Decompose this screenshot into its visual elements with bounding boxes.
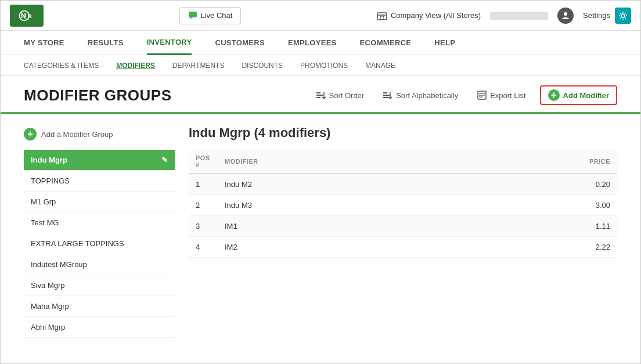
row-modifier: Indu M2 [218,174,448,195]
svg-rect-12 [383,97,388,98]
group-item-label: Indu Mgrp [31,156,67,164]
modifier-detail-panel: Indu Mgrp (4 modifiers) POS # MODIFIER P… [189,125,617,338]
chat-icon [188,11,197,20]
subnav-discounts[interactable]: DISCOUNTS [242,57,283,74]
row-price: 2.22 [448,237,617,258]
table-header-modifier: MODIFIER [218,150,448,174]
subnav-manage[interactable]: MANAGE [365,57,395,74]
user-avatar [557,8,574,24]
sort-alpha-button[interactable]: Sort Alphabetically [378,88,463,103]
add-group-plus-icon: + [24,128,37,140]
company-view: Company View (All Stores) [377,10,481,21]
subnav-departments[interactable]: DEPARTMENTS [172,57,225,74]
row-price: 1.11 [448,216,617,237]
add-modifier-label: Add Modifier [563,91,609,100]
header-actions: Sort Order Sort Alphabetically E [311,85,618,105]
page-title: MODIFIER GROUPS [24,87,172,104]
table-header-pos: POS # [189,150,218,174]
row-price: 3.00 [448,195,617,216]
row-modifier: IM1 [218,216,448,237]
store-icon [377,10,387,21]
sort-order-button[interactable]: Sort Order [311,88,369,103]
svg-rect-2 [189,12,197,17]
group-item-test-mg[interactable]: Test MG [24,212,175,233]
group-item-maha-mgrp[interactable]: Maha Mgrp [24,296,175,317]
sort-order-icon [316,90,326,100]
sort-alpha-label: Sort Alphabetically [396,91,458,100]
content-header: MODIFIER GROUPS Sort Order Sort Al [1,76,640,114]
group-item-label: Abhi Mgrp [31,323,65,331]
group-item-label: TOPPINGS [31,176,70,185]
group-item-label: Maha Mgrp [31,302,69,311]
nav-my-store[interactable]: MY STORE [24,31,64,54]
group-item-indutest-mgroup[interactable]: Indutest MGroup [24,254,175,275]
group-item-label: Indutest MGroup [31,260,87,269]
subnav-promotions[interactable]: PROMOTIONS [300,57,348,74]
subnav-categories-items[interactable]: CATEGORIES & ITEMS [24,57,99,74]
svg-point-5 [564,12,567,16]
add-modifier-button[interactable]: + Add Modifier [540,85,617,105]
svg-rect-11 [383,95,390,96]
svg-rect-9 [316,97,320,98]
group-item-label: Siva Mgrp [31,281,65,290]
table-header-price: PRICE [448,150,617,174]
modifier-groups-sidebar: + Add a Modifier Group Indu Mgrp ✎ TOPPI… [24,125,175,338]
table-row[interactable]: 1 Indu M2 0.20 [189,174,617,195]
modifiers-table: POS # MODIFIER PRICE 1 Indu M2 0.20 2 In… [189,150,617,258]
live-chat-label: Live Chat [201,11,233,20]
live-chat-button[interactable]: Live Chat [179,7,242,24]
nav-customers[interactable]: CUSTOMERS [215,31,265,54]
add-group-button[interactable]: + Add a Modifier Group [24,125,175,143]
group-item-indu-mgrp[interactable]: Indu Mgrp ✎ [24,150,175,171]
export-icon [477,90,487,100]
nav-results[interactable]: RESULTS [88,31,124,54]
group-item-toppings[interactable]: TOPPINGS [24,171,175,192]
ncr-logo: R [10,5,44,27]
group-item-label: EXTRA LARGE TOPPINGS [31,239,124,248]
export-list-label: Export List [490,91,525,100]
row-modifier: Indu M3 [218,195,448,216]
nav-employees[interactable]: EMPLOYEES [288,31,337,54]
edit-icon: ✎ [161,156,168,164]
group-item-label: M1 Grp [31,197,56,206]
table-row[interactable]: 4 IM2 2.22 [189,237,617,258]
company-view-label: Company View (All Stores) [391,11,481,20]
group-item-siva-mgrp[interactable]: Siva Mgrp [24,275,175,296]
group-item-abhi-mgrp[interactable]: Abhi Mgrp [24,317,175,338]
group-item-m1-grp[interactable]: M1 Grp [24,192,175,212]
sort-alpha-icon [383,90,393,100]
sort-order-label: Sort Order [329,91,365,100]
svg-rect-4 [380,16,384,20]
settings-label: Settings [583,11,610,20]
username-placeholder [490,12,548,20]
settings-gear-icon [615,8,631,24]
nav-ecommerce[interactable]: ECOMMERCE [360,31,412,54]
svg-rect-8 [316,95,323,96]
row-pos: 3 [189,216,218,237]
subnav-modifiers[interactable]: MODIFIERS [116,57,155,74]
sub-navigation: CATEGORIES & ITEMS MODIFIERS DEPARTMENTS… [1,55,640,76]
table-row[interactable]: 3 IM1 1.11 [189,216,617,237]
group-item-extra-large-toppings[interactable]: EXTRA LARGE TOPPINGS [24,233,175,254]
main-navigation: MY STORE RESULTS INVENTORY CUSTOMERS EMP… [1,31,640,55]
settings-area[interactable]: Settings [583,8,631,24]
add-group-label: Add a Modifier Group [41,130,113,139]
svg-point-6 [621,14,625,17]
row-pos: 4 [189,237,218,258]
add-modifier-plus-icon: + [548,89,560,101]
row-pos: 1 [189,174,218,195]
row-price: 0.20 [448,174,617,195]
svg-rect-10 [383,92,387,93]
row-pos: 2 [189,195,218,216]
nav-help[interactable]: HELP [434,31,455,54]
export-list-button[interactable]: Export List [472,88,530,103]
svg-rect-7 [316,92,320,93]
detail-title: Indu Mgrp (4 modifiers) [189,125,617,140]
table-row[interactable]: 2 Indu M3 3.00 [189,195,617,216]
row-modifier: IM2 [218,237,448,258]
group-item-label: Test MG [31,218,59,227]
nav-inventory[interactable]: INVENTORY [147,31,192,55]
svg-text:R: R [27,13,31,19]
